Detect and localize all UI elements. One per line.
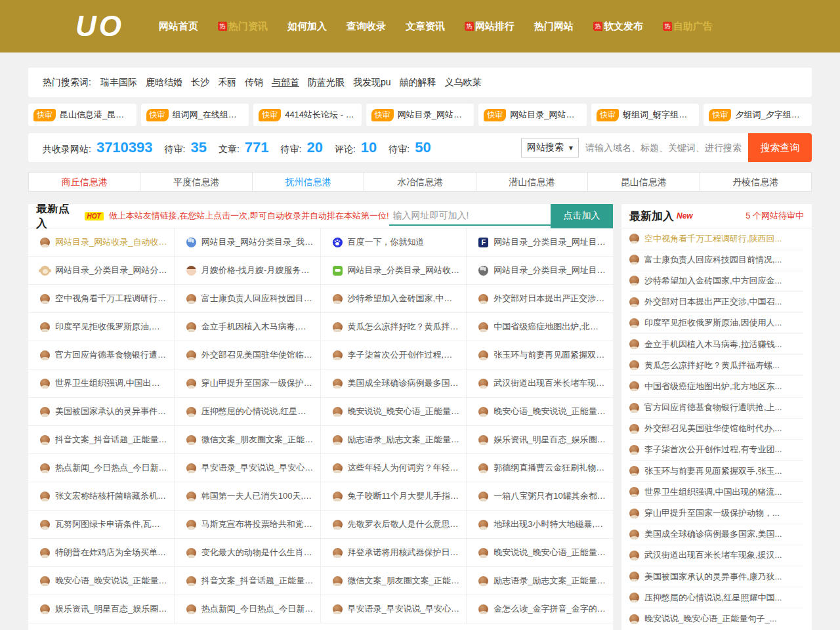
site-link-cell[interactable]: 外交部召见美国驻华使馆临时... — [175, 341, 321, 369]
site-link-cell[interactable]: 张玉环与前妻再见面紧握双手,... — [467, 341, 613, 369]
nav-item-8[interactable]: 热自助广告 — [663, 20, 713, 33]
site-link-cell[interactable]: 韩国第一夫人已消失100天,凯... — [175, 482, 321, 511]
site-link-cell[interactable]: 娱乐资讯_明星百态_娱乐圈新鲜... — [467, 426, 613, 454]
site-link-cell[interactable]: 富士康负责人回应科技园目前... — [175, 285, 321, 313]
nav-item-3[interactable]: 查询收录 — [346, 20, 386, 33]
city-tab-5[interactable]: 昆山信息港 — [588, 172, 700, 192]
sidebar-site-link[interactable]: 穿山甲提升至国家一级保护动物，... — [629, 503, 804, 524]
sidebar-site-link[interactable]: 沙特希望加入金砖国家,中方回应金... — [629, 270, 804, 291]
site-link-cell[interactable]: 空中视角看千万工程调研行,陕... — [28, 285, 175, 313]
site-link-cell[interactable]: 瓦努阿图绿卡申请条件,瓦努阿... — [28, 511, 175, 539]
sidebar-site-link[interactable]: 官方回应肯德基食物银行遭哄抢,上... — [629, 398, 804, 419]
quick-review-card-5[interactable]: 快审蚜组词_蚜字组词_... — [591, 104, 700, 126]
pending-count[interactable]: 5 个网站待审中 — [746, 210, 804, 222]
site-link-cell[interactable]: 网站目录_分类目录_网站分类目... — [28, 257, 175, 285]
site-link-cell[interactable]: 兔子咬断11个月大婴儿手指,兔... — [321, 482, 467, 511]
hot-keyword-1[interactable]: 鹿晗结婚 — [146, 77, 182, 89]
nav-item-5[interactable]: 热网站排行 — [465, 20, 514, 33]
site-link-cell[interactable]: 晚安心语_晚安说说_正能量句子... — [28, 567, 175, 595]
city-tab-3[interactable]: 水冶信息港 — [364, 172, 476, 192]
site-link-cell[interactable]: 网站目录_分类目录_网址目录_... — [467, 257, 613, 285]
join-button[interactable]: 点击加入 — [551, 204, 613, 228]
site-link-cell[interactable]: 穿山甲提升至国家一级保护动... — [175, 369, 321, 398]
site-link-cell[interactable]: 网站目录_分类目录_网站收录_... — [321, 257, 467, 285]
site-link-cell[interactable]: 这些年轻人为何词穷？年轻人... — [321, 454, 467, 482]
site-link-cell[interactable]: 一箱八宝粥只有10罐其余都是... — [467, 482, 613, 511]
city-tab-0[interactable]: 商丘信息港 — [28, 172, 140, 192]
hot-keyword-6[interactable]: 防蓝光眼 — [308, 77, 345, 89]
nav-item-6[interactable]: 热门网站 — [534, 20, 574, 33]
sidebar-site-link[interactable]: 美国被国家承认的灵异事件,康乃狄... — [629, 566, 804, 587]
hot-keyword-9[interactable]: 义乌欧莱 — [444, 77, 481, 89]
nav-item-2[interactable]: 如何加入 — [287, 20, 327, 33]
site-link-cell[interactable]: 黄瓜怎么凉拌好吃？黄瓜拌福... — [321, 313, 467, 341]
site-link-cell[interactable]: 晚安心语_晚安说说_正能量句子... — [467, 398, 613, 426]
sidebar-site-link[interactable]: 世界卫生组织强调,中国出现的猪流... — [629, 482, 804, 503]
nav-item-7[interactable]: 热软文发布 — [593, 20, 643, 33]
site-link-cell[interactable]: 地球出现3小时特大地磁暴,地磁... — [467, 511, 613, 539]
site-link-cell[interactable]: 娱乐资讯_明星百态_娱乐圈新鲜... — [28, 595, 175, 623]
site-link-cell[interactable]: 微信文案_朋友圈文案_正能量句... — [321, 567, 467, 595]
hot-keyword-7[interactable]: 我发现pu — [353, 77, 391, 89]
sidebar-site-link[interactable]: 黄瓜怎么凉拌好吃？黄瓜拌福寿螺... — [629, 355, 804, 376]
site-link-cell[interactable]: 压抑憋屈的心情说说,红星照耀... — [175, 398, 321, 426]
hot-keyword-0[interactable]: 瑞丰国际 — [100, 77, 137, 89]
sidebar-site-link[interactable]: 美国成全球确诊病例最多国家,美国... — [629, 524, 804, 545]
sidebar-site-link[interactable]: 李子柒首次公开创作过程,有专业团... — [629, 440, 804, 461]
sidebar-site-link[interactable]: 富士康负责人回应科技园目前情况,... — [629, 249, 804, 270]
site-link-cell[interactable]: 美国成全球确诊病例最多国家,... — [321, 369, 467, 398]
city-tab-6[interactable]: 丹棱信息港 — [700, 172, 812, 192]
sidebar-site-link[interactable]: 中国省级癌症地图出炉,北方地区东... — [629, 376, 804, 397]
site-link-cell[interactable]: 金立手机因植入木马病毒,拉活... — [175, 313, 321, 341]
site-link-cell[interactable]: 早安语录_早安说说_早安心语_... — [321, 595, 467, 623]
hot-keyword-4[interactable]: 传销 — [245, 77, 263, 89]
site-link-cell[interactable]: 晚安说说_晚安心语_正能量句子... — [321, 398, 467, 426]
sidebar-site-link[interactable]: 外交部召见美国驻华使馆临时代办,... — [629, 419, 804, 440]
site-link-cell[interactable]: 外交部对日本提出严正交涉,中... — [467, 285, 613, 313]
site-link-cell[interactable]: 武汉街道出现百米长堵车现象,... — [467, 369, 613, 398]
site-link-cell[interactable]: 沙特希望加入金砖国家,中方回... — [321, 285, 467, 313]
quick-review-card-3[interactable]: 快审网站目录_网站分类... — [366, 104, 474, 126]
site-link-cell[interactable]: 张文宏称结核杆菌暗藏杀机,结... — [28, 482, 175, 511]
site-link-cell[interactable]: 金怎么读_金字拼音_金字的意思... — [467, 595, 613, 623]
sidebar-site-link[interactable]: 印度罕见拒收俄罗斯原油,因使用人... — [629, 313, 804, 334]
site-link-cell[interactable]: 世界卫生组织强调,中国出现的... — [28, 369, 175, 398]
quick-review-card-0[interactable]: 快审昆山信息港_昆山论... — [28, 104, 136, 126]
site-link-cell[interactable]: 励志语录_励志文案_正能量句子... — [467, 567, 613, 595]
sidebar-site-link[interactable]: 外交部对日本提出严正交涉,中国召... — [629, 292, 804, 313]
site-link-cell[interactable]: 百度一下，你就知道 — [321, 228, 467, 257]
site-link-cell[interactable]: 早安语录_早安说说_早安心语_... — [175, 454, 321, 482]
site-link-cell[interactable]: 热点新闻_今日热点_今日新鲜事... — [175, 595, 321, 623]
sidebar-site-link[interactable]: 空中视角看千万工程调研行,陕西回... — [629, 228, 804, 249]
site-link-cell[interactable]: 官方回应肯德基食物银行遭哄... — [28, 341, 175, 369]
hot-keyword-8[interactable]: 囍的解释 — [399, 77, 436, 89]
site-link-cell[interactable]: 先敬罗衣后敬人是什么意思？... — [321, 511, 467, 539]
site-link-cell[interactable]: 月嫂价格-找月嫂-月嫂服务公司... — [175, 257, 321, 285]
site-link-cell[interactable]: F网站目录_分类目录_网址目录_... — [467, 228, 613, 257]
quick-review-card-6[interactable]: 快审夕组词_夕字组词_... — [704, 104, 812, 126]
site-link-cell[interactable]: 微信文案_朋友圈文案_正能量句... — [175, 426, 321, 454]
site-link-cell[interactable]: 马斯克宣布将投票给共和党,美... — [175, 511, 321, 539]
site-link-cell[interactable]: 晚安说说_晚安心语_正能量句子... — [467, 539, 613, 567]
nav-item-1[interactable]: 热热门资讯 — [218, 20, 268, 33]
city-tab-2[interactable]: 抚州信息港 — [253, 172, 364, 192]
join-url-input[interactable] — [389, 206, 551, 226]
city-tab-4[interactable]: 潜山信息港 — [476, 172, 588, 192]
quick-review-card-1[interactable]: 快审组词网_在线组词_... — [141, 104, 249, 126]
quick-review-card-2[interactable]: 快审4414站长论坛 - 专... — [253, 104, 362, 126]
sidebar-site-link[interactable]: 压抑憋屈的心情说说,红星照耀中国... — [629, 587, 804, 608]
nav-item-4[interactable]: 文章资讯 — [406, 20, 445, 33]
search-input[interactable] — [579, 138, 748, 158]
sidebar-site-link[interactable]: 张玉环与前妻再见面紧握双手,张玉... — [629, 461, 804, 482]
sidebar-site-link[interactable]: 武汉街道出现百米长堵车现象,援汉... — [629, 545, 804, 566]
site-link-cell[interactable]: 抖音文案_抖音话题_正能量句子... — [175, 567, 321, 595]
site-link-cell[interactable]: 网站目录_网站分类目录_我爱导... — [175, 228, 321, 257]
city-tab-1[interactable]: 平度信息港 — [140, 172, 252, 192]
hot-keyword-5[interactable]: 与部首 — [272, 77, 299, 89]
site-link-cell[interactable]: 热点新闻_今日热点_今日新鲜事... — [28, 454, 175, 482]
quick-review-card-4[interactable]: 快审网站目录_网站分类... — [478, 104, 587, 126]
sidebar-site-link[interactable]: 晚安说说_晚安心语_正能量句子_... — [629, 608, 804, 629]
site-logo[interactable]: UO — [75, 0, 124, 52]
site-link-cell[interactable]: 网站目录_网站收录_自动收录_... — [28, 228, 175, 257]
site-link-cell[interactable]: 变化最大的动物是什么生肖？1... — [175, 539, 321, 567]
